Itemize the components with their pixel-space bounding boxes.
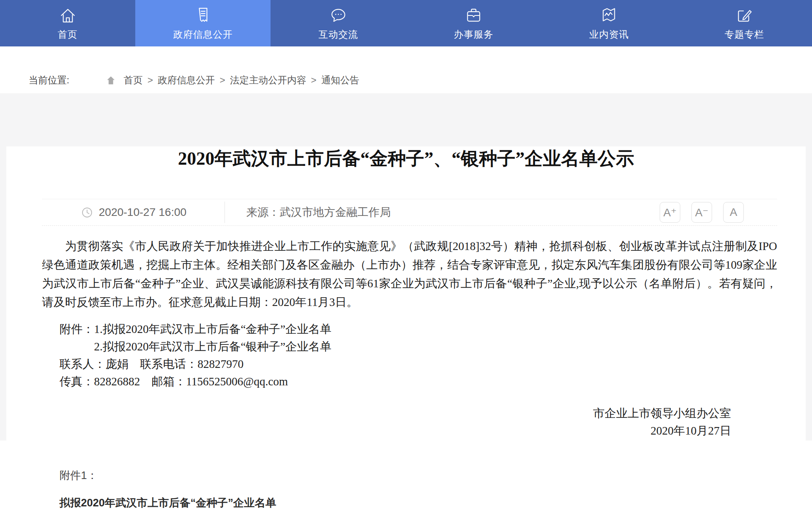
breadcrumb-item-notices[interactable]: 通知公告 (321, 74, 359, 87)
fax-line: 传真：82826882 邮箱：1156525006@qq.com (60, 373, 777, 390)
breadcrumb: 当前位置: 首页 > 政府信息公开 > 法定主动公开内容 > 通知公告 (0, 67, 812, 93)
home-icon (59, 6, 77, 25)
signature-block: 市企业上市领导小组办公室 2020年10月27日 (42, 404, 777, 439)
breadcrumb-separator: > (311, 75, 317, 86)
meta-divider (225, 202, 225, 223)
article-meta: 2020-10-27 16:00 来源：武汉市地方金融工作局 A⁺ A⁻ A (42, 199, 777, 226)
home-icon (106, 75, 116, 85)
nav-label: 首页 (58, 28, 78, 41)
nav-label: 业内资讯 (589, 28, 629, 41)
page: 首页 政府信息公开 互动交流 办事 (0, 0, 812, 531)
signature-office: 市企业上市领导小组办公室 (42, 404, 731, 422)
attachment-line-2: 2.拟报2020年武汉市上市后备“银种子”企业名单 (94, 338, 777, 355)
article-body: 为贯彻落实《市人民政府关于加快推进企业上市工作的实施意见》（武政规[2018]3… (42, 237, 777, 439)
nav-item-gov-info[interactable]: 政府信息公开 (135, 0, 271, 46)
edit-icon (735, 6, 753, 25)
breadcrumb-separator: > (148, 75, 153, 86)
top-navigation: 首页 政府信息公开 互动交流 办事 (0, 0, 812, 46)
map-icon (600, 6, 618, 25)
nav-label: 专题专栏 (724, 28, 764, 41)
contact-line: 联系人：庞娟 联系电话：82827970 (60, 355, 777, 373)
publish-time: 2020-10-27 16:00 (99, 206, 186, 219)
nav-item-interaction[interactable]: 互动交流 (271, 0, 406, 46)
document-icon (194, 6, 212, 25)
appendix-label: 附件1： (60, 469, 777, 481)
article-content: 2020-10-27 16:00 来源：武汉市地方金融工作局 A⁺ A⁻ A 为… (6, 199, 806, 509)
attachment-block: 附件：1.拟报2020年武汉市上市后备“金种子”企业名单 2.拟报2020年武汉… (60, 320, 777, 390)
breadcrumb-separator: > (220, 75, 225, 86)
appendix-title: 拟报2020年武汉市上市后备“金种子”企业名单 (60, 496, 777, 509)
breadcrumb-item-home[interactable]: 首页 (124, 74, 143, 87)
font-decrease-button[interactable]: A⁻ (691, 202, 712, 223)
content-band: 当前位置: 首页 > 政府信息公开 > 法定主动公开内容 > 通知公告 2020… (0, 67, 812, 441)
briefcase-icon (465, 6, 483, 25)
chat-icon (329, 6, 347, 25)
nav-item-home[interactable]: 首页 (0, 0, 135, 46)
font-reset-button[interactable]: A (723, 202, 744, 223)
clock-icon (82, 207, 92, 218)
nav-item-industry-news[interactable]: 业内资讯 (541, 0, 677, 46)
nav-label: 互动交流 (319, 28, 358, 41)
nav-label: 办事服务 (454, 28, 493, 41)
nav-label: 政府信息公开 (173, 28, 233, 41)
card-area: 2020年武汉市上市后备“金种子”、“银种子”企业名单公示 2020-10-27… (0, 93, 812, 531)
breadcrumb-item-legal-disclosure[interactable]: 法定主动公开内容 (230, 74, 306, 87)
article-card: 2020年武汉市上市后备“金种子”、“银种子”企业名单公示 2020-10-27… (6, 146, 806, 531)
breadcrumb-label: 当前位置: (29, 74, 69, 87)
font-increase-button[interactable]: A⁺ (660, 202, 680, 223)
signature-date: 2020年10月27日 (42, 422, 731, 439)
nav-item-services[interactable]: 办事服务 (406, 0, 541, 46)
article-paragraph: 为贯彻落实《市人民政府关于加快推进企业上市工作的实施意见》（武政规[2018]3… (42, 237, 777, 312)
font-size-controls: A⁺ A⁻ A (660, 202, 744, 223)
nav-item-special-topics[interactable]: 专题专栏 (677, 0, 812, 46)
attachment-line-1: 附件：1.拟报2020年武汉市上市后备“金种子”企业名单 (60, 320, 777, 338)
article-source: 来源：武汉市地方金融工作局 (246, 205, 391, 220)
breadcrumb-item-gov-info[interactable]: 政府信息公开 (158, 74, 215, 87)
page-title: 2020年武汉市上市后备“金种子”、“银种子”企业名单公示 (6, 146, 806, 171)
